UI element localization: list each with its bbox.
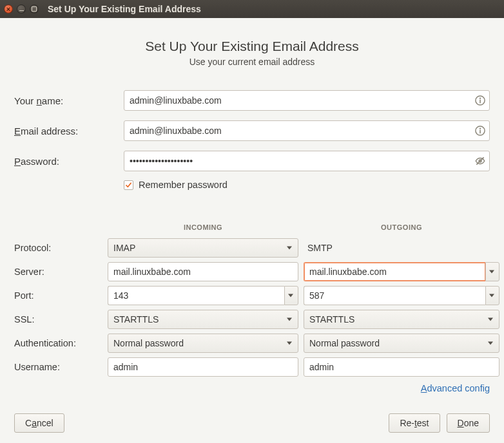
- password-row: Password:: [14, 151, 490, 171]
- ssl-label: SSL:: [14, 314, 102, 325]
- username-label: Username:: [14, 362, 102, 372]
- remember-password-row: Remember password: [124, 180, 490, 190]
- password-input[interactable]: [124, 151, 490, 171]
- account-section: Your name: Email address: Pass: [14, 90, 490, 190]
- info-icon[interactable]: [474, 125, 486, 137]
- password-label: Password:: [14, 156, 124, 167]
- titlebar: Set Up Your Existing Email Address: [0, 0, 504, 18]
- page-title: Set Up Your Existing Email Address: [14, 39, 490, 54]
- incoming-auth-select[interactable]: Normal password: [108, 334, 298, 353]
- svg-point-4: [480, 128, 481, 129]
- outgoing-port-input[interactable]: [304, 286, 485, 305]
- heading: Set Up Your Existing Email Address Use y…: [14, 39, 490, 67]
- server-settings: INCOMING OUTGOING Protocol: IMAP SMTP Se…: [14, 223, 490, 377]
- footer: Cancel Re-test Done: [14, 413, 490, 433]
- outgoing-port-dropdown[interactable]: [485, 286, 499, 305]
- incoming-port-dropdown[interactable]: [284, 286, 298, 305]
- outgoing-server-dropdown[interactable]: [485, 262, 499, 281]
- cancel-button[interactable]: Cancel: [14, 413, 64, 433]
- minimize-icon[interactable]: [17, 5, 26, 14]
- outgoing-protocol-value: SMTP: [304, 238, 499, 258]
- server-label: Server:: [14, 267, 102, 277]
- incoming-protocol-select[interactable]: IMAP: [108, 238, 298, 258]
- window-title: Set Up Your Existing Email Address: [48, 4, 201, 14]
- outgoing-header: OUTGOING: [304, 223, 499, 234]
- incoming-ssl-select[interactable]: STARTTLS: [108, 310, 298, 329]
- maximize-icon[interactable]: [30, 5, 39, 14]
- your-name-label: Your name:: [14, 95, 124, 106]
- remember-password-checkbox[interactable]: [124, 180, 133, 190]
- info-icon[interactable]: [474, 95, 486, 106]
- email-row: Email address:: [14, 120, 490, 141]
- email-input[interactable]: [124, 120, 490, 141]
- protocol-label: Protocol:: [14, 243, 102, 253]
- incoming-port-combo: [108, 286, 298, 305]
- your-name-input[interactable]: [124, 90, 490, 111]
- outgoing-server-combo: [304, 262, 499, 281]
- outgoing-ssl-select[interactable]: STARTTLS: [304, 310, 499, 329]
- remember-password-label: Remember password: [139, 180, 228, 190]
- incoming-port-input[interactable]: [108, 286, 284, 305]
- svg-point-1: [480, 98, 481, 99]
- svg-rect-2: [480, 100, 481, 104]
- advanced-config-link[interactable]: Advanced config: [14, 383, 490, 393]
- outgoing-server-input[interactable]: [304, 262, 485, 281]
- close-icon[interactable]: [4, 5, 13, 14]
- eye-off-icon[interactable]: [474, 155, 486, 167]
- page-subtitle: Use your current email address: [14, 57, 490, 67]
- incoming-username-input[interactable]: [108, 357, 298, 377]
- outgoing-auth-select[interactable]: Normal password: [304, 334, 499, 353]
- retest-button[interactable]: Re-test: [389, 413, 440, 433]
- outgoing-username-input[interactable]: [304, 357, 499, 377]
- svg-rect-5: [480, 130, 481, 134]
- done-button[interactable]: Done: [447, 413, 490, 433]
- incoming-header: INCOMING: [108, 223, 298, 234]
- dialog-body: Set Up Your Existing Email Address Use y…: [0, 18, 504, 405]
- your-name-row: Your name:: [14, 90, 490, 111]
- auth-label: Authentication:: [14, 338, 102, 348]
- incoming-server-input[interactable]: [108, 262, 298, 281]
- port-label: Port:: [14, 290, 102, 301]
- outgoing-port-combo: [304, 286, 499, 305]
- email-label: Email address:: [14, 126, 124, 137]
